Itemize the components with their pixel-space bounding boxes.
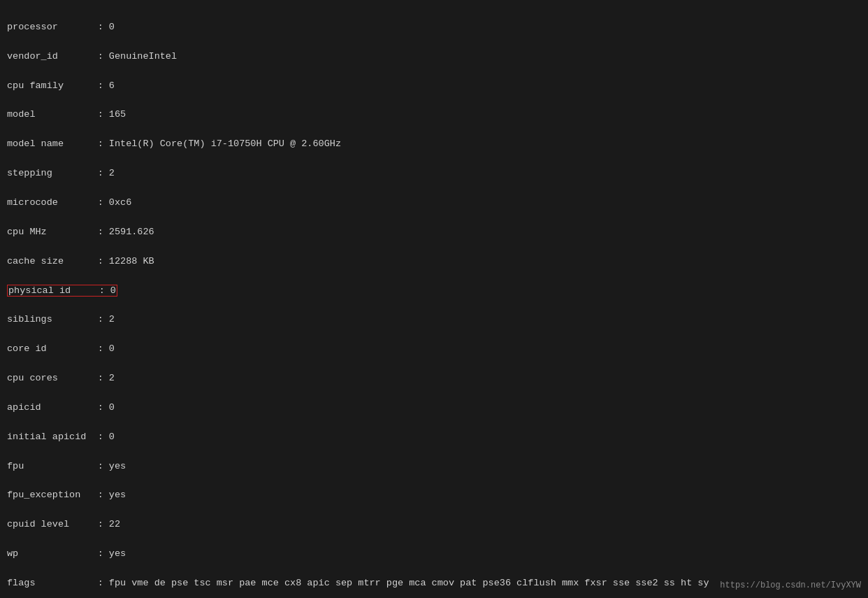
- val: 0: [110, 285, 116, 296]
- sep: :: [98, 373, 109, 383]
- line-cpumhz-0: cpu MHz : 2591.626: [7, 225, 861, 240]
- sep: :: [98, 519, 109, 529]
- sep: :: [71, 285, 110, 296]
- key: vendor_id: [7, 51, 98, 62]
- key: physical id: [8, 285, 71, 296]
- line-model-0: model : 165: [7, 108, 861, 122]
- physical-id-highlight-0: physical id : 0: [7, 285, 117, 297]
- val: 2: [109, 373, 115, 383]
- val: fpu vme de pse tsc msr pae mce cx8 apic …: [109, 578, 709, 588]
- key: processor: [7, 22, 98, 32]
- val: 0: [109, 343, 115, 354]
- val: GenuineIntel: [109, 51, 177, 62]
- val: 0: [109, 432, 115, 442]
- val: yes: [109, 490, 126, 500]
- key: model name: [7, 138, 98, 149]
- terminal-output: processor : 0 vendor_id : GenuineIntel c…: [7, 6, 861, 598]
- sep: :: [98, 314, 109, 325]
- key: cpu MHz: [7, 227, 98, 237]
- sep: :: [98, 256, 109, 266]
- line-physicalid-0: physical id : 0: [7, 284, 861, 299]
- key: fpu_exception: [7, 490, 98, 500]
- line-fpu-0: fpu : yes: [7, 460, 861, 474]
- sep: :: [98, 227, 109, 237]
- sep: :: [98, 432, 109, 442]
- line-cachesize-0: cache size : 12288 KB: [7, 255, 861, 269]
- sep: :: [98, 343, 109, 354]
- sep: :: [98, 22, 109, 32]
- val: 2591.626: [109, 227, 154, 237]
- sep: :: [98, 138, 109, 149]
- sep: :: [98, 168, 109, 178]
- line-modelname-0: model name : Intel(R) Core(TM) i7-10750H…: [7, 137, 861, 152]
- sep: :: [98, 80, 109, 91]
- val: 2: [109, 314, 115, 325]
- val: yes: [109, 548, 126, 559]
- line-vendor-0: vendor_id : GenuineIntel: [7, 50, 861, 64]
- val: 6: [109, 80, 115, 91]
- val: 12288 KB: [109, 256, 154, 266]
- key: wp: [7, 548, 98, 559]
- key: core id: [7, 343, 98, 354]
- key: apicid: [7, 402, 98, 413]
- val: 0xc6: [109, 197, 131, 208]
- sep: :: [98, 109, 109, 120]
- line-coreid-0: core id : 0: [7, 342, 861, 357]
- sep: :: [98, 548, 109, 559]
- key: flags: [7, 578, 98, 588]
- val: Intel(R) Core(TM) i7-10750H CPU @ 2.60GH…: [109, 138, 341, 149]
- key: initial apicid: [7, 432, 98, 442]
- sep: :: [98, 402, 109, 413]
- watermark: https://blog.csdn.net/IvyXYW: [720, 579, 861, 592]
- key: stepping: [7, 168, 98, 178]
- val: 22: [109, 519, 120, 529]
- line-cpuidlevel-0: cpuid level : 22: [7, 518, 861, 532]
- key: cache size: [7, 256, 98, 266]
- line-siblings-0: siblings : 2: [7, 313, 861, 327]
- line-initialapicid-0: initial apicid : 0: [7, 430, 861, 445]
- val: yes: [109, 461, 126, 471]
- line-cpufamily-0: cpu family : 6: [7, 79, 861, 94]
- line-wp-0: wp : yes: [7, 547, 861, 562]
- key: cpuid level: [7, 519, 98, 529]
- line-cpucores-0: cpu cores : 2: [7, 371, 861, 386]
- val: 0: [109, 22, 115, 32]
- line-apicid-0: apicid : 0: [7, 401, 861, 415]
- sep: :: [98, 461, 109, 471]
- line-fpuexception-0: fpu_exception : yes: [7, 488, 861, 503]
- val: 165: [109, 109, 126, 120]
- line-processor-0: processor : 0: [7, 20, 861, 35]
- sep: :: [98, 197, 109, 208]
- line-microcode-0: microcode : 0xc6: [7, 196, 861, 211]
- sep: :: [98, 51, 109, 62]
- sep: :: [98, 490, 109, 500]
- key: cpu family: [7, 80, 98, 91]
- key: fpu: [7, 461, 98, 471]
- key: model: [7, 109, 98, 120]
- val: 0: [109, 402, 115, 413]
- key: cpu cores: [7, 373, 98, 383]
- key: microcode: [7, 197, 98, 208]
- val: 2: [109, 168, 115, 178]
- key: siblings: [7, 314, 98, 325]
- line-stepping-0: stepping : 2: [7, 166, 861, 181]
- sep: :: [98, 578, 109, 588]
